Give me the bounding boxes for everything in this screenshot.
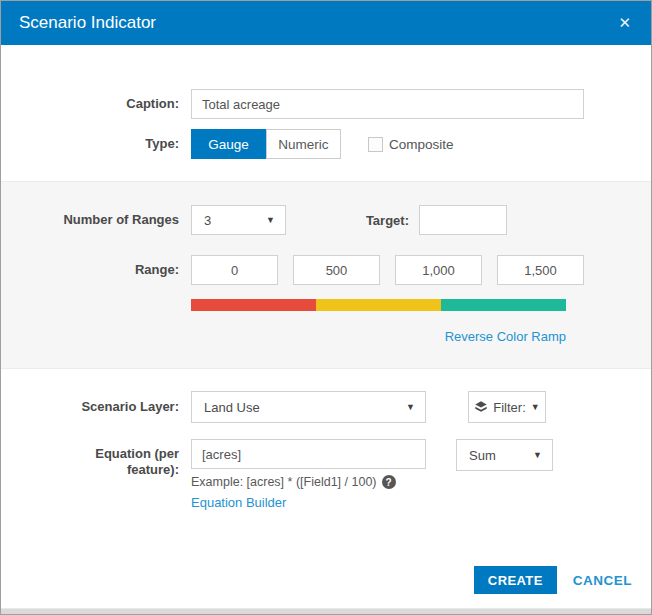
color-ramp-segment-red xyxy=(191,299,316,311)
caption-row: Caption: xyxy=(1,89,651,119)
type-numeric-button[interactable]: Numeric xyxy=(266,129,341,159)
number-of-ranges-label: Number of Ranges xyxy=(1,212,179,228)
number-of-ranges-select[interactable]: 3 ▼ xyxy=(191,205,286,235)
filter-button-label: Filter: xyxy=(493,400,526,415)
target-input[interactable] xyxy=(419,205,507,235)
range-input-2[interactable] xyxy=(293,255,380,285)
scenario-indicator-dialog: Scenario Indicator ✕ Caption: Type: Gaug… xyxy=(0,0,652,615)
caption-label: Caption: xyxy=(1,96,179,112)
reverse-color-ramp-link[interactable]: Reverse Color Ramp xyxy=(445,329,566,344)
caption-input[interactable] xyxy=(191,89,584,119)
equation-column: Example: [acres] * ([Field1] / 100) ? Eq… xyxy=(191,439,451,511)
equation-input[interactable] xyxy=(191,439,426,469)
ranges-panel: Number of Ranges 3 ▼ Target: Range: Reve… xyxy=(1,181,651,369)
aggregation-value: Sum xyxy=(469,448,496,463)
range-input-3[interactable] xyxy=(395,255,482,285)
dialog-bottom-strip xyxy=(1,608,651,614)
range-input-1[interactable] xyxy=(191,255,278,285)
number-of-ranges-value: 3 xyxy=(204,213,211,228)
range-row: Range: xyxy=(1,255,651,285)
dialog-title: Scenario Indicator xyxy=(19,13,614,33)
chevron-down-icon: ▼ xyxy=(266,215,275,225)
range-input-4[interactable] xyxy=(497,255,584,285)
composite-checkbox[interactable] xyxy=(368,137,383,152)
help-icon[interactable]: ? xyxy=(382,475,396,489)
scenario-layer-value: Land Use xyxy=(204,400,260,415)
color-ramp-segment-yellow xyxy=(316,299,441,311)
scenario-layer-row: Scenario Layer: Land Use ▼ Filter: ▼ xyxy=(1,391,651,423)
equation-label: Equation (per feature): xyxy=(1,439,179,478)
create-button[interactable]: CREATE xyxy=(474,566,557,594)
layers-icon xyxy=(474,400,488,414)
equation-row: Equation (per feature): Example: [acres]… xyxy=(1,439,651,511)
type-row: Type: Gauge Numeric Composite xyxy=(1,129,651,159)
dialog-footer: CREATE CANCEL xyxy=(1,566,651,594)
number-of-ranges-row: Number of Ranges 3 ▼ Target: xyxy=(1,205,651,235)
color-ramp-segment-green xyxy=(441,299,566,311)
scenario-layer-label: Scenario Layer: xyxy=(1,399,179,415)
scenario-layer-select[interactable]: Land Use ▼ xyxy=(191,391,426,423)
reverse-color-ramp-row: Reverse Color Ramp xyxy=(191,327,566,345)
chevron-down-icon: ▼ xyxy=(406,402,415,412)
type-label: Type: xyxy=(1,136,179,152)
cancel-button[interactable]: CANCEL xyxy=(573,573,632,588)
close-icon[interactable]: ✕ xyxy=(614,12,635,34)
range-label: Range: xyxy=(1,262,179,278)
aggregation-select[interactable]: Sum ▼ xyxy=(456,439,553,471)
type-gauge-button[interactable]: Gauge xyxy=(191,129,266,159)
color-ramp xyxy=(191,299,566,311)
equation-example-text: Example: [acres] * ([Field1] / 100) xyxy=(191,475,377,489)
chevron-down-icon: ▼ xyxy=(531,402,540,412)
filter-button[interactable]: Filter: ▼ xyxy=(468,391,546,423)
equation-builder-row: Equation Builder xyxy=(191,493,451,511)
dialog-header: Scenario Indicator ✕ xyxy=(1,1,651,45)
chevron-down-icon: ▼ xyxy=(533,450,542,460)
composite-label: Composite xyxy=(389,137,454,152)
equation-example-line: Example: [acres] * ([Field1] / 100) ? xyxy=(191,475,451,489)
equation-builder-link[interactable]: Equation Builder xyxy=(191,495,286,510)
type-segmented-control: Gauge Numeric xyxy=(191,129,341,159)
target-label: Target: xyxy=(286,213,409,228)
